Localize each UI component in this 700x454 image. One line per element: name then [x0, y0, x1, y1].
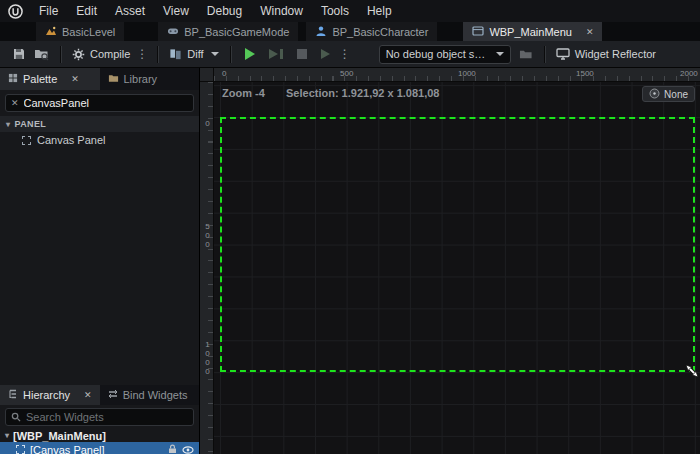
canvas-panel-selection-outline[interactable]	[220, 117, 695, 372]
menu-help[interactable]: Help	[358, 0, 401, 22]
tab-hierarchy[interactable]: Hierarchy ✕	[0, 385, 100, 405]
resize-cursor-icon	[684, 363, 700, 383]
tab-label: Palette	[23, 73, 57, 85]
character-icon	[315, 25, 327, 39]
ruler-label: 1500	[576, 69, 594, 78]
left-dock-panel: Palette ✕ Library ✕ ▾ PANEL Canvas Panel	[0, 68, 200, 454]
compile-gear-icon	[72, 48, 85, 61]
menu-edit[interactable]: Edit	[67, 0, 106, 22]
hierarchy-tab-strip: Hierarchy ✕ Bind Widgets	[0, 385, 199, 405]
tab-wbp-mainmenu[interactable]: WBP_MainMenu ✕	[463, 22, 602, 41]
menu-asset[interactable]: Asset	[106, 0, 154, 22]
tab-label: Library	[124, 73, 158, 85]
close-icon[interactable]: ✕	[84, 390, 92, 400]
folder-find-icon	[34, 47, 49, 61]
toolbar-separator	[230, 46, 231, 63]
canvas-panel-icon	[22, 136, 31, 145]
row-action-icons	[168, 444, 194, 454]
browse-debug-object-button[interactable]	[515, 46, 537, 63]
close-icon[interactable]: ✕	[71, 74, 79, 84]
debug-object-dropdown[interactable]: No debug object selected	[379, 45, 511, 64]
diff-label: Diff	[187, 48, 203, 60]
menu-bar: File Edit Asset View Debug Window Tools …	[0, 0, 700, 22]
tab-label: BasicLevel	[62, 26, 115, 38]
ruler-corner	[200, 68, 214, 82]
lock-icon[interactable]	[168, 444, 177, 454]
vertical-ruler: 0 500 1000	[200, 82, 214, 454]
tab-bp-basiccharacter[interactable]: BP_BasicCharacter	[306, 22, 437, 41]
frame-skip-button[interactable]	[269, 49, 278, 59]
tab-bp-basicgamemode[interactable]: BP_BasicGameMode	[158, 22, 298, 41]
palette-search-input[interactable]	[24, 97, 188, 109]
palette-icon	[8, 73, 18, 85]
menu-view[interactable]: View	[154, 0, 198, 22]
toolbar-separator	[60, 46, 61, 63]
section-label: PANEL	[14, 119, 46, 129]
unreal-logo-icon[interactable]	[0, 0, 30, 22]
toolbar-separator	[157, 46, 158, 63]
tab-label: Hierarchy	[23, 389, 70, 401]
palette-item-label: Canvas Panel	[37, 134, 106, 146]
panel-section-header[interactable]: ▾ PANEL	[0, 116, 199, 132]
ruler-label: 0	[202, 119, 212, 128]
hierarchy-search-input[interactable]	[26, 411, 188, 423]
compile-label: Compile	[90, 48, 130, 60]
hierarchy-row-canvas-panel-selected[interactable]: [Canvas Panel]	[0, 442, 199, 454]
ruler-ticks	[208, 82, 213, 454]
ruler-label: 1000	[202, 340, 212, 376]
debug-object-label: No debug object selected	[386, 48, 488, 60]
selection-size-label: Selection: 1.921,92 x 1.081,08	[286, 87, 440, 99]
ruler-ticks	[214, 76, 700, 81]
anchor-dropdown-button[interactable]: None	[642, 86, 695, 102]
tab-basiclevel[interactable]: BasicLevel	[36, 22, 124, 41]
bind-widgets-icon	[108, 389, 118, 401]
menu-debug[interactable]: Debug	[198, 0, 251, 22]
compile-options-dots-icon[interactable]: ⋮	[134, 47, 150, 61]
hierarchy-search-box[interactable]	[5, 408, 194, 426]
clear-search-icon[interactable]: ✕	[11, 98, 19, 108]
horizontal-ruler: 0 500 1000 1500 2000	[214, 68, 700, 82]
designer-viewport[interactable]: Zoom -4 Selection: 1.921,92 x 1.081,08 N…	[214, 82, 700, 454]
widget-blueprint-icon	[472, 25, 484, 39]
widget-reflector-label: Widget Reflector	[575, 48, 656, 60]
save-button[interactable]	[8, 45, 30, 63]
expander-icon[interactable]: ▾	[5, 431, 9, 440]
hierarchy-dock: Hierarchy ✕ Bind Widgets ▾ [WBP_MainMenu…	[0, 385, 199, 454]
tab-label: BP_BasicGameMode	[184, 26, 289, 38]
anchor-label: None	[664, 89, 688, 100]
browse-asset-button[interactable]	[30, 45, 53, 63]
zoom-level-label: Zoom -4	[222, 87, 265, 99]
library-folder-icon	[108, 73, 119, 85]
close-icon[interactable]: ✕	[586, 27, 594, 37]
menu-file[interactable]: File	[30, 0, 67, 22]
palette-search-box[interactable]: ✕	[5, 94, 194, 112]
hierarchy-root-label: [WBP_MainMenu]	[13, 430, 106, 442]
play-button[interactable]	[245, 48, 255, 60]
compile-button[interactable]: Compile	[68, 46, 134, 63]
umg-widget-editor-window: File Edit Asset View Debug Window Tools …	[0, 0, 700, 454]
tab-library[interactable]: Library	[100, 68, 200, 90]
play-options-dots-icon[interactable]: ⋮	[337, 47, 353, 61]
toolbar-separator	[544, 46, 545, 63]
canvas-panel-icon	[16, 445, 25, 454]
menu-window[interactable]: Window	[251, 0, 312, 22]
monitor-icon	[556, 48, 570, 60]
hierarchy-root-row[interactable]: ▾ [WBP_MainMenu]	[0, 429, 199, 442]
ruler-label: 2000	[680, 69, 698, 78]
folder-icon	[519, 48, 533, 61]
menu-tools[interactable]: Tools	[312, 0, 358, 22]
palette-item-canvas-panel[interactable]: Canvas Panel	[0, 132, 199, 148]
widget-reflector-button[interactable]: Widget Reflector	[552, 46, 660, 62]
save-icon	[12, 47, 26, 61]
diff-button[interactable]: Diff	[165, 46, 222, 63]
tab-label: Bind Widgets	[123, 389, 188, 401]
stop-button[interactable]	[297, 49, 307, 59]
visibility-eye-icon[interactable]	[182, 444, 194, 454]
chevron-down-icon	[496, 52, 504, 56]
level-icon	[45, 25, 57, 39]
tab-bind-widgets[interactable]: Bind Widgets	[100, 385, 199, 405]
play-to-button[interactable]	[321, 49, 330, 59]
expander-icon[interactable]: ▾	[6, 120, 10, 129]
tab-label: BP_BasicCharacter	[332, 26, 428, 38]
tab-palette[interactable]: Palette ✕	[0, 68, 100, 90]
